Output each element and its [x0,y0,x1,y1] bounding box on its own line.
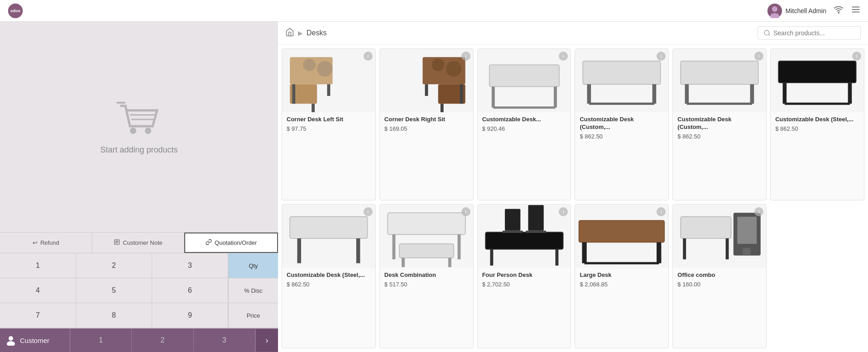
numpad-7[interactable]: 7 [0,303,76,328]
numpad-2[interactable]: 2 [76,253,152,278]
product-price: $ 862.50 [580,133,664,140]
search-icon [763,29,771,37]
product-price: $ 169.05 [384,125,469,132]
svg-point-27 [303,59,315,71]
numpad-6[interactable]: 6 [152,278,228,303]
customer-numpad-2[interactable]: 2 [132,329,193,352]
numpad-grid: 1 2 3 4 5 6 7 8 9 [0,253,228,328]
product-card[interactable]: i Customizable Desk (Custom,... $ 862.50 [672,48,767,200]
nav-right: Mitchell Admin [767,4,861,18]
breadcrumb-separator: ▶ [298,29,303,37]
product-card[interactable]: i Office combo $ 160.00 [672,204,767,348]
customer-note-button[interactable]: Customer Note [92,233,185,253]
odoo-logo[interactable]: odoo [7,3,24,19]
search-input[interactable] [773,29,855,37]
svg-rect-44 [681,61,758,84]
product-details: Corner Desk Right Sit $ 169.05 [380,112,473,200]
product-info-badge[interactable]: i [754,207,763,216]
product-info-badge[interactable]: i [461,207,470,216]
numpad-9[interactable]: 9 [152,303,228,328]
top-navbar: odoo Mitchell Admin [0,0,868,22]
product-card[interactable]: i Large Desk $ 2,068.85 [575,204,669,348]
product-details: Four Person Desk $ 2,702.50 [478,268,571,348]
product-image [575,205,668,268]
product-image [575,49,668,112]
product-image [380,205,473,268]
svg-point-5 [838,12,839,13]
product-info-badge[interactable]: i [364,52,373,61]
product-details: Customizable Desk... $ 920.46 [478,112,571,200]
svg-rect-64 [505,209,520,231]
product-details: Office combo $ 160.00 [673,268,766,348]
empty-cart: Start adding products [100,99,177,155]
quotation-order-label: Quotation/Order [215,239,257,246]
product-info-badge[interactable]: i [852,52,861,61]
customer-select[interactable]: Customer [0,328,70,352]
numpad-4[interactable]: 4 [0,278,76,303]
product-card[interactable]: i Customizable Desk (Custom,... $ 862.50 [575,48,669,200]
product-card[interactable]: i Desk Combination $ 517.50 [379,204,474,348]
avatar [767,4,782,18]
quotation-order-button[interactable]: Quotation/Order [184,233,278,253]
home-icon[interactable] [285,28,294,39]
numpad-functions: Qty % Disc Price [228,253,278,328]
hamburger-menu-icon[interactable] [851,5,861,17]
action-buttons: ↩ Refund Customer Note [0,232,278,253]
product-name: Desk Combination [384,271,469,279]
order-area: Start adding products [0,22,278,232]
empty-cart-message: Start adding products [100,145,177,155]
customer-numpad-3[interactable]: 3 [194,329,255,352]
svg-rect-65 [528,205,543,231]
product-info-badge[interactable]: i [461,52,470,61]
product-price: $ 2,702.50 [482,281,566,288]
svg-rect-72 [681,217,731,238]
svg-point-20 [764,30,769,35]
product-card[interactable]: i Customizable Desk (Steel,... $ 862.50 [282,204,376,348]
product-details: Customizable Desk (Custom,... $ 862.50 [673,112,766,200]
svg-rect-67 [526,231,546,233]
svg-rect-58 [399,244,454,258]
product-price: $ 920.46 [482,125,566,132]
numpad-8[interactable]: 8 [76,303,152,328]
product-card[interactable]: i Corner Desk Right Sit $ 169.05 [379,48,474,200]
product-name: Corner Desk Left Sit [287,116,371,124]
numpad-5[interactable]: 5 [76,278,152,303]
product-details: Corner Desk Left Sit $ 97.75 [282,112,375,200]
product-card[interactable]: i Four Person Desk $ 2,702.50 [477,204,571,348]
product-info-badge[interactable]: i [364,207,373,216]
customer-numpad-1[interactable]: 1 [70,329,132,352]
product-name: Four Person Desk [482,271,566,279]
product-search-box[interactable] [758,26,861,40]
disc-button[interactable]: % Disc [229,278,278,303]
product-card[interactable]: i Customizable Desk (Steel,... $ 862.50 [770,48,864,200]
numpad-3[interactable]: 3 [152,253,228,278]
refund-button[interactable]: ↩ Refund [0,233,92,253]
odoo-logo-icon: odoo [7,3,24,19]
expand-arrow-button[interactable]: › [255,329,278,352]
svg-rect-48 [778,61,856,83]
svg-point-35 [446,61,461,76]
customer-row: Customer 1 2 3 › [0,328,278,352]
price-button[interactable]: Price [229,303,278,328]
product-card[interactable]: i Customizable Desk... $ 920.46 [477,48,571,200]
product-details: Large Desk $ 2,068.85 [575,268,668,348]
qty-button[interactable]: Qty [229,253,278,278]
svg-rect-52 [290,217,368,238]
product-card[interactable]: i Corner Desk Left Sit $ 97.75 [282,48,376,200]
svg-point-12 [145,128,151,134]
product-name: Customizable Desk (Custom,... [580,116,664,131]
product-price: $ 862.50 [775,125,859,132]
wifi-icon[interactable] [834,5,844,17]
product-details: Desk Combination $ 517.50 [380,268,473,348]
product-price: $ 97.75 [287,125,371,132]
customer-numpad: 1 2 3 [70,329,255,352]
user-info[interactable]: Mitchell Admin [767,4,826,18]
product-image [771,49,864,112]
svg-line-21 [768,34,770,36]
svg-rect-36 [489,65,559,87]
product-name: Customizable Desk (Steel,... [287,271,371,279]
product-image [380,49,473,112]
numpad-1[interactable]: 1 [0,253,76,278]
left-panel: Start adding products ↩ Refund Customer [0,22,278,352]
product-image [282,49,375,112]
